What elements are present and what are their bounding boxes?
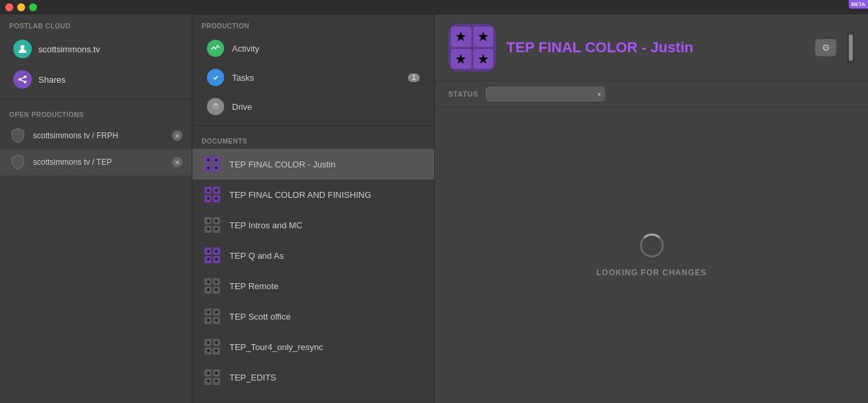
- doc-item-tep-final-color-finishing[interactable]: ★ ★ ★ ★ TEP FINAL COLOR AND FINISHING: [192, 179, 434, 210]
- sidebar-item-tep[interactable]: scottsimmons tv / TEP ✕: [0, 149, 192, 175]
- scottsimmons-label: scottsimmons.tv: [38, 44, 100, 54]
- doc-icon-2: ★ ★ ★ ★: [203, 216, 221, 234]
- shares-label: Shares: [38, 75, 65, 85]
- doc-icon-1: ★ ★ ★ ★: [203, 185, 221, 204]
- doc-item-tep-intros-mc[interactable]: ★ ★ ★ ★ TEP Intros and MC: [192, 210, 434, 240]
- production-section-label: PRODUCTION: [192, 15, 434, 34]
- app-icon-star-tr: ★: [473, 26, 494, 47]
- right-content-area: LOOKING FOR CHANGES: [435, 107, 868, 403]
- sidebar-item-scottsimmons[interactable]: scottsimmons.tv: [4, 34, 188, 64]
- doc-name-1: TEP FINAL COLOR AND FINISHING: [229, 190, 372, 200]
- sidebar-productions-section-label: OPEN PRODUCTIONS: [0, 103, 192, 122]
- traffic-lights: [5, 3, 37, 11]
- documents-section-label: DOCUMENTS: [192, 130, 434, 149]
- tep-shield-icon: [9, 154, 26, 171]
- doc-item-tep-final-color-justin[interactable]: ★ ★ ★ ★ TEP FINAL COLOR - Justin: [192, 149, 434, 179]
- maximize-button[interactable]: [29, 3, 37, 11]
- right-panel: ★ ★ ★ ★ TEP FINAL COLOR - Justin ⚙ STATU…: [435, 15, 868, 403]
- title-bar: BETA: [0, 0, 868, 15]
- svg-point-0: [20, 45, 24, 49]
- nav-item-tasks[interactable]: Tasks 1: [196, 64, 430, 91]
- doc-icon-7: ★ ★ ★ ★: [203, 368, 221, 386]
- status-bar: STATUS ▾: [435, 81, 868, 107]
- minimize-button[interactable]: [17, 3, 25, 11]
- frph-close-button[interactable]: ✕: [172, 130, 182, 141]
- svg-line-4: [21, 77, 24, 79]
- nav-item-drive[interactable]: Drive: [196, 93, 430, 120]
- svg-point-2: [24, 75, 26, 78]
- doc-item-tep-remote[interactable]: ★ ★ ★ ★ TEP Remote: [192, 271, 434, 301]
- right-header: ★ ★ ★ ★ TEP FINAL COLOR - Justin ⚙: [435, 15, 868, 81]
- looking-for-changes-text: LOOKING FOR CHANGES: [596, 268, 707, 277]
- loading-spinner: [640, 234, 664, 257]
- status-label: STATUS: [448, 90, 478, 98]
- beta-badge: BETA: [849, 0, 868, 9]
- settings-button[interactable]: ⚙: [815, 39, 836, 56]
- sidebar: POSTLAB CLOUD scottsimmons.tv: [0, 15, 192, 403]
- tasks-badge: 1: [408, 73, 420, 82]
- main-layout: POSTLAB CLOUD scottsimmons.tv: [0, 15, 868, 403]
- doc-icon-5: ★ ★ ★ ★: [203, 307, 221, 326]
- svg-point-6: [212, 73, 219, 81]
- doc-name-6: TEP_Tour4_only_resync: [229, 342, 323, 352]
- doc-icon-6: ★ ★ ★ ★: [203, 337, 221, 356]
- doc-name-2: TEP Intros and MC: [229, 220, 302, 230]
- scottsimmons-icon: [13, 40, 32, 58]
- shares-icon: [13, 70, 32, 89]
- sidebar-cloud-section-label: POSTLAB CLOUD: [0, 15, 192, 34]
- sidebar-item-shares[interactable]: Shares: [4, 65, 188, 94]
- tep-close-button[interactable]: ✕: [172, 157, 182, 167]
- app-icon-star-bl: ★: [451, 49, 471, 69]
- app-icon-star-tl: ★: [451, 26, 471, 47]
- svg-rect-8: [214, 103, 217, 105]
- svg-rect-7: [212, 105, 219, 109]
- right-scrollbar[interactable]: [847, 32, 855, 64]
- right-content: LOOKING FOR CHANGES: [435, 107, 868, 403]
- doc-name-7: TEP_EDITS: [229, 373, 276, 382]
- status-dropdown[interactable]: [486, 87, 605, 101]
- middle-panel: PRODUCTION Activity Tasks 1: [192, 15, 435, 403]
- doc-name-4: TEP Remote: [229, 281, 278, 291]
- svg-line-5: [21, 80, 24, 81]
- svg-point-3: [24, 81, 26, 83]
- scrollbar-thumb: [849, 34, 853, 61]
- status-dropdown-wrapper: ▾: [486, 87, 605, 101]
- nav-item-activity[interactable]: Activity: [196, 34, 430, 62]
- doc-name-3: TEP Q and As: [229, 251, 284, 261]
- app-icon-star-br: ★: [473, 49, 494, 69]
- drive-icon: [207, 98, 224, 115]
- sidebar-divider: [0, 99, 192, 99]
- doc-icon-3: ★ ★ ★ ★: [203, 246, 221, 265]
- close-button[interactable]: [5, 3, 13, 11]
- sidebar-item-frph[interactable]: scottsimmons tv / FRPH ✕: [0, 122, 192, 149]
- tasks-label: Tasks: [232, 73, 400, 83]
- doc-item-tep-q-and-as[interactable]: ★ ★ ★ ★ TEP Q and As: [192, 240, 434, 271]
- activity-icon: [207, 40, 224, 57]
- doc-item-tep-tour4[interactable]: ★ ★ ★ ★ TEP_Tour4_only_resync: [192, 332, 434, 362]
- doc-item-tep-scott-office[interactable]: ★ ★ ★ ★ TEP Scott office: [192, 301, 434, 332]
- activity-label: Activity: [232, 44, 420, 54]
- app-icon-large: ★ ★ ★ ★: [448, 24, 496, 71]
- middle-divider: [192, 125, 434, 126]
- doc-icon-0: ★ ★ ★ ★: [203, 155, 221, 173]
- doc-icon-4: ★ ★ ★ ★: [203, 277, 221, 295]
- doc-name-5: TEP Scott office: [229, 312, 291, 322]
- svg-point-1: [19, 78, 21, 81]
- frph-shield-icon: [9, 127, 26, 144]
- tep-label: scottsimmons tv / TEP: [33, 157, 165, 167]
- drive-label: Drive: [232, 102, 420, 112]
- tasks-icon: [207, 69, 224, 86]
- app-title: TEP FINAL COLOR - Justin: [506, 39, 693, 56]
- doc-name-0: TEP FINAL COLOR - Justin: [229, 159, 335, 169]
- frph-label: scottsimmons tv / FRPH: [33, 131, 165, 140]
- doc-item-tep-edits[interactable]: ★ ★ ★ ★ TEP_EDITS: [192, 362, 434, 392]
